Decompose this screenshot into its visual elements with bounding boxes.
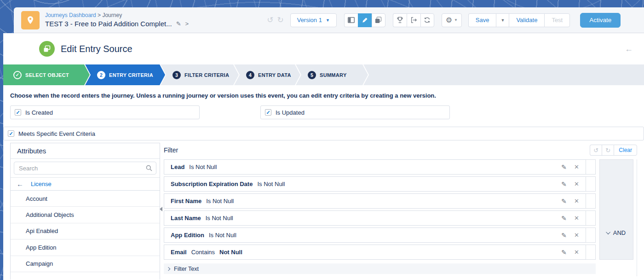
remove-condition-icon[interactable]: ✕ [574,198,579,204]
condition-gutter [586,193,596,209]
filter-row: Subscription Expiration Date Is Not Null… [164,176,596,192]
condition-field: App Edition [171,232,204,239]
step-label: SUMMARY [320,72,347,78]
redo-icon[interactable]: ↻ [277,15,283,25]
chevron-down-icon: ▼ [454,18,458,22]
is-updated-option[interactable]: ✓ Is Updated [260,105,450,119]
filter-condition[interactable]: Subscription Expiration Date Is Not Null… [164,176,586,192]
step-label: FILTER CRITERIA [184,72,229,78]
filter-row: App Edition Is Not Null ✎ ✕ [164,228,596,243]
step-number: 3 [172,71,181,79]
goal-button[interactable] [393,13,407,27]
panel-toggle-button[interactable] [344,13,358,27]
remove-condition-icon[interactable]: ✕ [574,163,579,170]
filter-text-label: Filter Text [174,266,199,272]
attribute-group-link[interactable]: License [31,181,52,187]
step-summary[interactable]: 5 SUMMARY [296,64,368,85]
edit-title-pencil-icon[interactable]: ✎ [176,20,181,28]
meets-criteria-checkbox[interactable]: ✓ [8,130,14,137]
breadcrumb-link[interactable]: Journeys Dashboard [45,12,96,18]
is-created-option[interactable]: ✓ Is Created [10,105,200,119]
instruction-text: Choose when the record enters the journe… [10,92,637,99]
remove-condition-icon[interactable]: ✕ [574,249,579,256]
journey-header-bar: Journeys Dashboard > Journey TEST 3 - Fr… [14,7,644,33]
new-version-button[interactable] [420,13,434,27]
remove-condition-icon[interactable]: ✕ [574,215,579,222]
back-arrow-icon[interactable]: ← [17,180,23,188]
filter-undo-icon[interactable]: ↺ [590,145,602,156]
filter-redo-icon[interactable]: ↻ [602,145,614,156]
filter-title: Filter [164,146,178,154]
edit-condition-icon[interactable]: ✎ [561,163,567,171]
edit-condition-icon[interactable]: ✎ [561,232,567,239]
search-input[interactable] [14,162,156,175]
attribute-item-api-enabled[interactable]: Api Enabled [11,223,160,239]
filter-condition[interactable]: Email Contains Not Null ✎ ✕ [164,245,586,260]
version-selector-button[interactable]: Version 1 ▼ [290,13,337,27]
validate-button[interactable]: Validate [509,13,544,27]
filter-row: Email Contains Not Null ✎ ✕ [164,245,596,260]
activate-button[interactable]: Activate [580,13,621,28]
filter-condition[interactable]: App Edition Is Not Null ✎ ✕ [164,228,586,243]
chevron-right-icon [167,267,170,270]
is-updated-checkbox[interactable]: ✓ [265,109,271,116]
view-tools-group [344,13,385,27]
logic-and-toggle[interactable]: AND [600,229,633,236]
filter-condition[interactable]: First Name Is Not Null ✎ ✕ [164,193,586,209]
step-filter-criteria[interactable]: 3 FILTER CRITERIA [161,64,239,85]
copy-view-button[interactable] [372,13,385,27]
step-entry-data[interactable]: 4 ENTRY DATA [234,64,300,85]
filter-actions: ↺ ↻ Clear [590,145,637,156]
filter-text-toggle[interactable]: Filter Text [164,263,596,274]
condition-field: Subscription Expiration Date [171,181,253,187]
filter-row: Lead Is Not Null ✎ ✕ [164,159,596,175]
save-dropdown-button[interactable]: ▼ [496,13,509,27]
modal-header: Edit Entry Source ← [3,33,644,64]
is-created-checkbox[interactable]: ✓ [15,109,21,116]
condition-field: First Name [171,198,201,204]
meets-criteria-option[interactable]: ✓ Meets Specific Event Criteria [3,127,644,140]
step-number: 4 [246,71,254,79]
search-icon [146,165,152,171]
edit-condition-icon[interactable]: ✎ [561,198,567,205]
journey-pin-icon [21,11,40,29]
exit-criteria-button[interactable] [407,13,420,27]
filter-condition[interactable]: Lead Is Not Null ✎ ✕ [164,159,586,175]
collapse-panel-icon[interactable] [160,207,162,211]
breadcrumb-separator: > [98,12,101,18]
back-arrow-icon[interactable]: ← [625,44,633,54]
undo-icon[interactable]: ↺ [267,15,273,25]
loop-icon [424,17,431,23]
condition-operator: Contains [191,249,215,256]
remove-condition-icon[interactable]: ✕ [574,181,579,187]
settings-button[interactable]: ⚙ ▼ [442,13,462,27]
event-type-row: ✓ Is Created ✓ Is Updated [10,105,637,119]
version-label: Version 1 [297,17,322,23]
condition-operator: Is Not Null [206,198,234,204]
attribute-item-campaign[interactable]: Campaign [11,256,160,272]
test-button: Test [544,13,570,27]
breadcrumb-current: Journey [102,12,122,18]
step-number: 2 [97,71,105,79]
attribute-item-account[interactable]: Account [11,191,160,207]
remove-condition-icon[interactable]: ✕ [574,232,579,239]
step-entry-criteria[interactable]: 2 ENTRY CRITERIA [85,64,165,85]
step-select-object[interactable]: ✓ SELECT OBJECT [3,64,90,85]
condition-field: Email [171,249,187,256]
edit-condition-icon[interactable]: ✎ [561,249,567,256]
clear-filter-button[interactable]: Clear [614,145,637,156]
edit-condition-icon[interactable]: ✎ [561,181,567,188]
edit-mode-button[interactable] [358,13,372,27]
condition-operator: Is Not Null [257,181,285,187]
attribute-item-additional-objects[interactable]: Additional Objects [11,207,160,223]
attribute-item-app-edition[interactable]: App Edition [11,239,160,256]
attribute-breadcrumb: ← License [11,178,160,191]
condition-gutter [586,159,596,175]
condition-operator: Is Not Null [209,232,236,239]
trophy-icon [397,17,403,23]
exit-icon [410,17,417,23]
filter-condition[interactable]: Last Name Is Not Null ✎ ✕ [164,210,586,226]
title-chevron-icon[interactable]: > [185,20,189,28]
save-button[interactable]: Save [468,13,496,27]
edit-condition-icon[interactable]: ✎ [561,215,567,222]
